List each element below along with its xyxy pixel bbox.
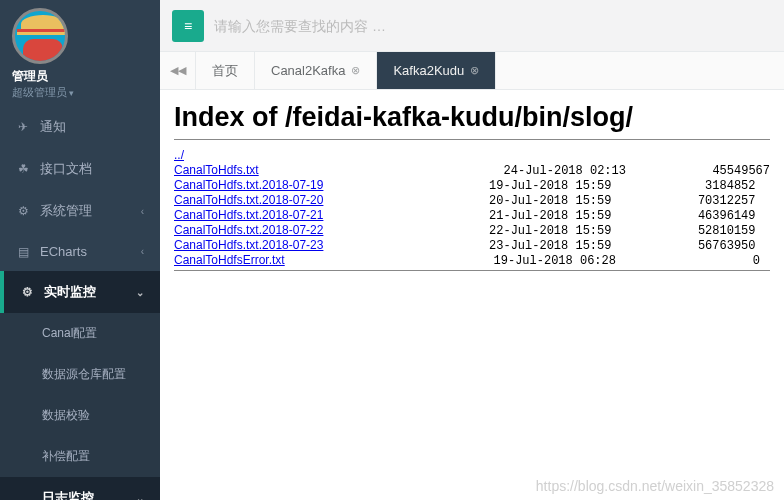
file-link[interactable]: CanalToHdfsError.txt [174, 253, 285, 267]
toggle-sidebar-button[interactable]: ≡ [172, 10, 204, 42]
main-area: ≡ ◀◀ 首页 Canal2Kafka⊗ Kafka2Kudu⊗ Index o… [160, 0, 784, 500]
nav-realtime-monitor[interactable]: ⚙实时监控⌄ [0, 271, 160, 313]
content-frame: Index of /feidai-kafka-kudu/bin/slog/ ..… [160, 90, 784, 500]
nav-compensate-config[interactable]: 补偿配置 [0, 436, 160, 477]
nav-data-check[interactable]: 数据校验 [0, 395, 160, 436]
file-link[interactable]: CanalToHdfs.txt.2018-07-21 [174, 208, 323, 222]
tab-kafka2kudu[interactable]: Kafka2Kudu⊗ [377, 52, 496, 89]
nav-menu: ✈通知 ☘接口文档 ⚙系统管理‹ ▤ECharts‹ ⚙实时监控⌄ Canal配… [0, 106, 160, 500]
user-name: 管理员 [12, 68, 148, 85]
leaf-icon: ☘ [16, 162, 30, 176]
file-link[interactable]: CanalToHdfs.txt.2018-07-20 [174, 193, 323, 207]
nav-log-monitor[interactable]: 日志监控⌄ [0, 477, 160, 500]
book-icon: ▤ [16, 245, 30, 259]
chevron-left-icon: ‹ [141, 206, 144, 217]
page-title: Index of /feidai-kafka-kudu/bin/slog/ [174, 102, 770, 133]
tab-home[interactable]: 首页 [196, 52, 255, 89]
file-link[interactable]: CanalToHdfs.txt.2018-07-23 [174, 238, 323, 252]
tab-scroll-left-button[interactable]: ◀◀ [160, 52, 196, 89]
profile-block: 管理员 超级管理员 [0, 0, 160, 106]
topbar: ≡ [160, 0, 784, 52]
nav-api[interactable]: ☘接口文档 [0, 148, 160, 190]
tab-bar: ◀◀ 首页 Canal2Kafka⊗ Kafka2Kudu⊗ [160, 52, 784, 90]
file-link[interactable]: CanalToHdfs.txt [174, 163, 259, 177]
close-icon[interactable]: ⊗ [470, 64, 479, 77]
divider [174, 270, 770, 271]
tab-canal2kafka-label: Canal2Kafka [271, 63, 345, 78]
nav-canal-config[interactable]: Canal配置 [0, 313, 160, 354]
nav-datasource-config[interactable]: 数据源仓库配置 [0, 354, 160, 395]
file-link[interactable]: CanalToHdfs.txt.2018-07-19 [174, 178, 323, 192]
nav-log-monitor-label: 日志监控 [42, 489, 94, 500]
gear-icon: ⚙ [20, 285, 34, 299]
gear-icon: ⚙ [16, 204, 30, 218]
tab-home-label: 首页 [212, 62, 238, 80]
nav-api-label: 接口文档 [40, 160, 92, 178]
chevron-down-icon: ⌄ [136, 287, 144, 298]
sidebar: 管理员 超级管理员 ✈通知 ☘接口文档 ⚙系统管理‹ ▤ECharts‹ ⚙实时… [0, 0, 160, 500]
user-role[interactable]: 超级管理员 [12, 85, 148, 100]
nav-system-label: 系统管理 [40, 202, 92, 220]
divider [174, 139, 770, 140]
nav-realtime-label: 实时监控 [44, 283, 96, 301]
nav-notify-label: 通知 [40, 118, 66, 136]
nav-echarts[interactable]: ▤ECharts‹ [0, 232, 160, 271]
chevron-down-icon: ⌄ [136, 493, 144, 501]
double-chevron-left-icon: ◀◀ [170, 64, 186, 77]
chevron-left-icon: ‹ [141, 246, 144, 257]
nav-echarts-label: ECharts [40, 244, 87, 259]
directory-listing: ../ CanalToHdfs.txt 24-Jul-2018 02:13 45… [174, 148, 770, 268]
file-link[interactable]: CanalToHdfs.txt.2018-07-22 [174, 223, 323, 237]
close-icon[interactable]: ⊗ [351, 64, 360, 77]
parent-dir-link[interactable]: ../ [174, 148, 184, 162]
tab-canal2kafka[interactable]: Canal2Kafka⊗ [255, 52, 377, 89]
tab-kafka2kudu-label: Kafka2Kudu [393, 63, 464, 78]
search-input[interactable] [214, 18, 772, 34]
nav-system[interactable]: ⚙系统管理‹ [0, 190, 160, 232]
nav-notify[interactable]: ✈通知 [0, 106, 160, 148]
avatar[interactable] [12, 8, 68, 64]
paper-plane-icon: ✈ [16, 120, 30, 134]
hamburger-icon: ≡ [184, 18, 192, 34]
